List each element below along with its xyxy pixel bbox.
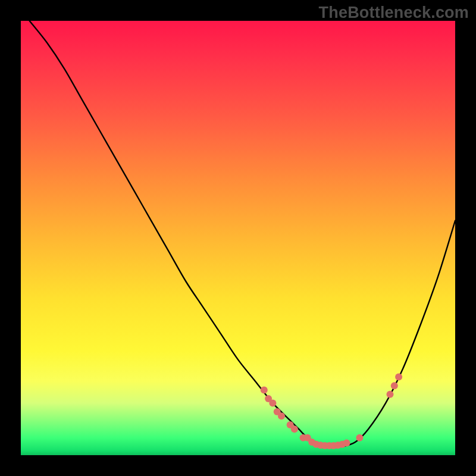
highlight-dot <box>278 412 285 419</box>
curve-layer <box>21 21 455 455</box>
bottleneck-curve-path <box>30 21 455 447</box>
highlight-dot <box>269 399 276 406</box>
highlight-dot <box>343 440 350 447</box>
plot-area <box>21 21 455 455</box>
highlight-dot <box>391 382 398 389</box>
highlight-dot <box>356 434 363 441</box>
highlight-dot <box>261 387 268 394</box>
highlight-dot <box>291 425 298 433</box>
highlight-dot <box>395 374 402 381</box>
chart-frame: TheBottleneck.com <box>0 0 476 476</box>
watermark-text: TheBottleneck.com <box>319 4 469 22</box>
highlight-dot <box>387 391 394 398</box>
